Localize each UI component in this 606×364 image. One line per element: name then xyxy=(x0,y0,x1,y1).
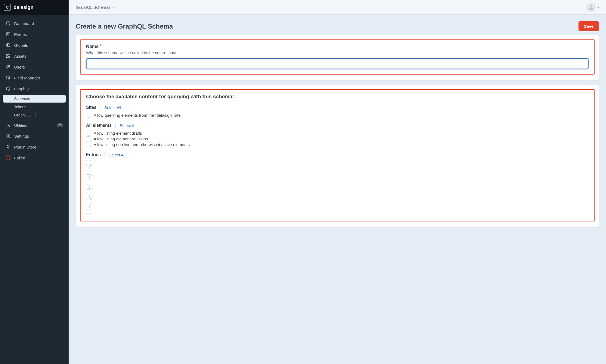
checkbox-drafts[interactable] xyxy=(86,131,91,135)
list-item xyxy=(86,170,589,175)
list-item xyxy=(89,205,589,208)
checkbox-entry[interactable] xyxy=(89,195,93,199)
sidebar-item-dashboard[interactable]: Dashboard xyxy=(0,18,69,29)
graphql-icon xyxy=(5,86,11,91)
checkbox-inactive[interactable] xyxy=(86,142,91,147)
sidebar-item-utilities[interactable]: Utilities 2 xyxy=(0,120,69,131)
sidebar-item-label: Assets xyxy=(14,54,26,58)
wrench-icon xyxy=(5,122,11,128)
name-label: Name xyxy=(86,44,99,49)
sidebar-item-users[interactable]: Users xyxy=(0,61,69,72)
checkbox-entry[interactable] xyxy=(86,189,91,194)
breadcrumb-item[interactable]: GraphQL Schemas xyxy=(76,5,111,10)
checkbox-entry[interactable] xyxy=(89,185,93,189)
checkbox-entry[interactable] xyxy=(89,165,93,169)
avatar xyxy=(586,3,596,12)
checkbox-row: Allow querying elements from the “delasi… xyxy=(86,113,589,118)
newspaper-icon xyxy=(5,32,11,37)
svg-point-10 xyxy=(7,65,8,67)
sidebar-item-label: Utilities xyxy=(14,123,27,128)
save-button[interactable]: Save xyxy=(579,21,599,31)
sidebar-item-graphql[interactable]: GraphQL xyxy=(0,83,69,94)
sidebar-item-entries[interactable]: Entries xyxy=(0,29,69,40)
list-item xyxy=(86,199,589,204)
sidebar-item-label: Entries xyxy=(14,32,27,37)
checkbox-entry[interactable] xyxy=(89,175,93,179)
svg-point-23 xyxy=(6,89,7,90)
sidebar-item-label: Field Manager xyxy=(14,76,40,80)
name-help: What this schema will be called in the c… xyxy=(86,50,589,55)
page-header: Create a new GraphQL Schema Save xyxy=(69,15,606,35)
sidebar-item-settings[interactable]: Settings xyxy=(0,131,69,141)
checkbox-entry[interactable] xyxy=(86,209,91,214)
schema-highlight: Choose the available content for queryin… xyxy=(80,89,595,221)
group-entries: Entries Select All xyxy=(86,152,589,157)
select-all-elements[interactable]: Select All xyxy=(120,123,136,128)
checkbox-label: Allow listing element revisions xyxy=(94,137,148,141)
sidebar-item-globals[interactable]: Globals xyxy=(0,40,69,51)
svg-point-22 xyxy=(8,90,8,91)
name-input[interactable] xyxy=(86,58,589,69)
list-item xyxy=(89,175,589,179)
checkbox-entry[interactable] xyxy=(86,170,91,175)
subnav-graphiql[interactable]: GraphiQL xyxy=(3,111,66,119)
list-item xyxy=(86,189,589,194)
globe-icon xyxy=(5,42,11,48)
sidebar-item-label: Settings xyxy=(14,134,29,138)
svg-point-9 xyxy=(7,55,8,56)
sidebar-item-label: Users xyxy=(14,65,25,69)
sidebar-nav: Dashboard Entries Globals Assets Users xyxy=(0,15,69,166)
sliders-icon xyxy=(5,75,11,81)
select-all-sites[interactable]: Select All xyxy=(104,105,121,110)
sidebar-item-failed[interactable]: Failed xyxy=(0,152,69,163)
checkbox-entry[interactable] xyxy=(89,205,93,208)
checkbox-entry[interactable] xyxy=(86,180,91,184)
plug-icon xyxy=(5,144,11,150)
sidebar-item-field-manager[interactable]: Field Manager xyxy=(0,72,69,83)
group-sites: Sites Select All xyxy=(86,105,589,110)
schema-section-title: Choose the available content for queryin… xyxy=(86,94,589,100)
page-title: Create a new GraphQL Schema xyxy=(76,23,173,30)
sidebar: C delasign Dashboard Entries Globals xyxy=(0,0,69,364)
brand-name: delasign xyxy=(14,5,33,10)
name-label-row: Name* xyxy=(86,44,589,49)
chevron-right-icon: › xyxy=(113,5,114,10)
subnav-schemas[interactable]: Schemas xyxy=(3,95,66,103)
checkbox-label: Allow listing element drafts xyxy=(94,131,142,135)
checkbox-row: Allow listing element drafts xyxy=(86,131,589,135)
checkbox-entry[interactable] xyxy=(86,160,91,165)
schema-card: Choose the available content for queryin… xyxy=(76,85,599,227)
svg-point-19 xyxy=(8,87,8,87)
sidebar-item-label: Failed xyxy=(14,156,25,160)
divider xyxy=(105,152,105,157)
graphql-subnav: Schemas Tokens GraphiQL xyxy=(3,95,66,119)
sidebar-item-assets[interactable]: Assets xyxy=(0,51,69,61)
group-all-elements: All elements Select All xyxy=(86,123,589,128)
svg-point-21 xyxy=(10,89,10,90)
user-menu[interactable]: ▾ xyxy=(586,3,599,12)
list-item xyxy=(89,195,589,199)
checkbox-label: Allow listing non-live and otherwise ina… xyxy=(94,142,191,147)
select-all-entries[interactable]: Select All xyxy=(109,153,126,157)
subnav-tokens[interactable]: Tokens xyxy=(3,103,66,111)
list-item xyxy=(89,185,589,189)
users-icon xyxy=(5,64,11,70)
main: GraphQL Schemas › ▾ Create a new GraphQL… xyxy=(69,0,606,364)
checkbox-revisions[interactable] xyxy=(86,136,91,141)
sidebar-item-label: Globals xyxy=(14,43,28,48)
checkbox-entry[interactable] xyxy=(86,199,91,204)
list-item xyxy=(86,209,589,214)
breadcrumb: GraphQL Schemas › xyxy=(76,5,114,10)
name-card: Name* What this schema will be called in… xyxy=(76,35,599,80)
divider xyxy=(100,105,100,110)
checkbox-site-delasign[interactable] xyxy=(86,113,91,118)
list-item xyxy=(86,160,589,165)
content: Name* What this schema will be called in… xyxy=(69,35,606,240)
sidebar-item-label: Dashboard xyxy=(14,21,34,26)
sidebar-item-plugin-store[interactable]: Plugin Store xyxy=(0,141,69,152)
sidebar-header: C delasign xyxy=(0,0,69,15)
checkbox-label: Allow querying elements from the “delasi… xyxy=(94,113,182,118)
external-link-icon xyxy=(33,113,36,117)
group-title-entries: Entries xyxy=(86,152,101,157)
svg-point-11 xyxy=(9,65,10,67)
